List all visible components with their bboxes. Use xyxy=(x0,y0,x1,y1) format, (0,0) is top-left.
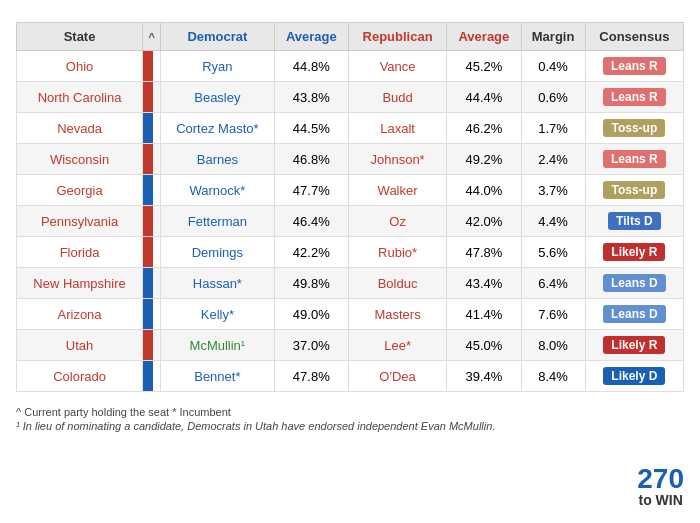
party-bar xyxy=(143,361,161,392)
party-bar xyxy=(143,175,161,206)
table-row: GeorgiaWarnock*47.7%Walker44.0%3.7%Toss-… xyxy=(17,175,684,206)
dem-candidate: Kelly* xyxy=(161,299,275,330)
consensus: Tilts D xyxy=(585,206,683,237)
consensus: Likely R xyxy=(585,330,683,361)
dem-average: 44.5% xyxy=(274,113,348,144)
table-row: WisconsinBarnes46.8%Johnson*49.2%2.4%Lea… xyxy=(17,144,684,175)
dem-average: 49.0% xyxy=(274,299,348,330)
state-name: Colorado xyxy=(17,361,143,392)
dem-average: 46.8% xyxy=(274,144,348,175)
bottom-row: ^ Current party holding the seat * Incum… xyxy=(16,398,684,434)
rep-candidate: Vance xyxy=(348,51,446,82)
state-name: Nevada xyxy=(17,113,143,144)
dem-candidate: Demings xyxy=(161,237,275,268)
consensus: Toss-up xyxy=(585,113,683,144)
dem-average: 44.8% xyxy=(274,51,348,82)
party-bar xyxy=(143,330,161,361)
rep-average: 43.4% xyxy=(447,268,521,299)
state-name: Utah xyxy=(17,330,143,361)
table-row: NevadaCortez Masto*44.5%Laxalt46.2%1.7%T… xyxy=(17,113,684,144)
state-name: Ohio xyxy=(17,51,143,82)
dem-candidate: McMullin¹ xyxy=(161,330,275,361)
dem-average: 47.7% xyxy=(274,175,348,206)
dem-candidate: Ryan xyxy=(161,51,275,82)
party-bar xyxy=(143,206,161,237)
dem-candidate: Barnes xyxy=(161,144,275,175)
rep-candidate: Johnson* xyxy=(348,144,446,175)
party-bar xyxy=(143,299,161,330)
rep-average: 44.0% xyxy=(447,175,521,206)
state-name: Florida xyxy=(17,237,143,268)
rep-average: 49.2% xyxy=(447,144,521,175)
consensus: Likely R xyxy=(585,237,683,268)
rep-candidate: Masters xyxy=(348,299,446,330)
party-bar xyxy=(143,237,161,268)
col-democrat: Democrat xyxy=(161,23,275,51)
state-name: Wisconsin xyxy=(17,144,143,175)
rep-candidate: Oz xyxy=(348,206,446,237)
state-name: North Carolina xyxy=(17,82,143,113)
dem-candidate: Beasley xyxy=(161,82,275,113)
party-bar xyxy=(143,113,161,144)
table-row: New HampshireHassan*49.8%Bolduc43.4%6.4%… xyxy=(17,268,684,299)
margin: 5.6% xyxy=(521,237,585,268)
rep-average: 42.0% xyxy=(447,206,521,237)
logo-bottom: to WIN xyxy=(637,493,684,507)
consensus: Likely D xyxy=(585,361,683,392)
footnotes: ^ Current party holding the seat * Incum… xyxy=(16,406,495,434)
rep-average: 39.4% xyxy=(447,361,521,392)
rep-average: 44.4% xyxy=(447,82,521,113)
state-name: Arizona xyxy=(17,299,143,330)
rep-average: 47.8% xyxy=(447,237,521,268)
state-name: Pennsylvania xyxy=(17,206,143,237)
table-row: ColoradoBennet*47.8%O'Dea39.4%8.4%Likely… xyxy=(17,361,684,392)
dem-average: 37.0% xyxy=(274,330,348,361)
margin: 6.4% xyxy=(521,268,585,299)
consensus: Leans R xyxy=(585,144,683,175)
col-rep-avg: Average xyxy=(447,23,521,51)
margin: 0.4% xyxy=(521,51,585,82)
footnote-2: ¹ In lieu of nominating a candidate, Dem… xyxy=(16,420,495,432)
rep-candidate: O'Dea xyxy=(348,361,446,392)
state-name: New Hampshire xyxy=(17,268,143,299)
dem-candidate: Fetterman xyxy=(161,206,275,237)
consensus: Leans R xyxy=(585,82,683,113)
rep-average: 41.4% xyxy=(447,299,521,330)
col-sort[interactable]: ^ xyxy=(143,23,161,51)
col-margin: Margin xyxy=(521,23,585,51)
consensus: Toss-up xyxy=(585,175,683,206)
table-row: UtahMcMullin¹37.0%Lee*45.0%8.0%Likely R xyxy=(17,330,684,361)
table-row: FloridaDemings42.2%Rubio*47.8%5.6%Likely… xyxy=(17,237,684,268)
rep-average: 46.2% xyxy=(447,113,521,144)
rep-average: 45.0% xyxy=(447,330,521,361)
margin: 8.0% xyxy=(521,330,585,361)
consensus: Leans D xyxy=(585,268,683,299)
margin: 2.4% xyxy=(521,144,585,175)
table-row: ArizonaKelly*49.0%Masters41.4%7.6%Leans … xyxy=(17,299,684,330)
col-dem-avg: Average xyxy=(274,23,348,51)
rep-candidate: Laxalt xyxy=(348,113,446,144)
party-bar xyxy=(143,144,161,175)
dem-average: 46.4% xyxy=(274,206,348,237)
dem-average: 47.8% xyxy=(274,361,348,392)
election-table: State ^ Democrat Average Republican Aver… xyxy=(16,22,684,392)
margin: 3.7% xyxy=(521,175,585,206)
margin: 8.4% xyxy=(521,361,585,392)
rep-candidate: Walker xyxy=(348,175,446,206)
rep-candidate: Budd xyxy=(348,82,446,113)
col-consensus: Consensus xyxy=(585,23,683,51)
logo: 270 to WIN xyxy=(637,465,684,507)
dem-average: 49.8% xyxy=(274,268,348,299)
dem-candidate: Cortez Masto* xyxy=(161,113,275,144)
party-bar xyxy=(143,51,161,82)
margin: 0.6% xyxy=(521,82,585,113)
rep-candidate: Bolduc xyxy=(348,268,446,299)
dem-average: 42.2% xyxy=(274,237,348,268)
dem-candidate: Bennet* xyxy=(161,361,275,392)
consensus: Leans R xyxy=(585,51,683,82)
rep-average: 45.2% xyxy=(447,51,521,82)
rep-candidate: Lee* xyxy=(348,330,446,361)
party-bar xyxy=(143,268,161,299)
dem-average: 43.8% xyxy=(274,82,348,113)
rep-candidate: Rubio* xyxy=(348,237,446,268)
